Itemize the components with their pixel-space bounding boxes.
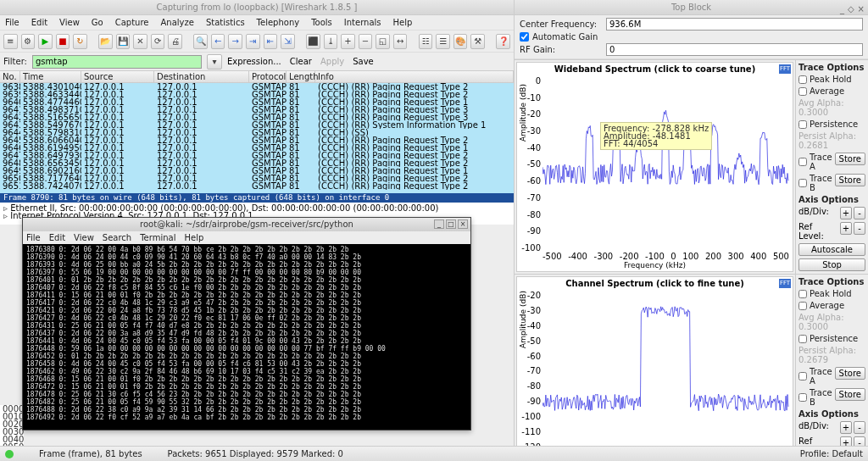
table-row[interactable]: 96505388.7177640C127.0.0.1127.0.0.1GSMTA… — [0, 175, 514, 182]
table-row[interactable]: 96415388.4983710C127.0.0.1127.0.0.1GSMTA… — [0, 106, 514, 114]
wireshark-menubar[interactable]: File Edit View Go Capture Analyze Statis… — [0, 15, 514, 31]
filter-dropdown-icon[interactable]: ▾ — [207, 54, 222, 69]
persistence-checkbox[interactable] — [798, 335, 807, 343]
peak-hold-checkbox[interactable] — [798, 290, 807, 298]
table-row[interactable]: 96395388.4633440C127.0.0.1127.0.0.1GSMTA… — [0, 91, 514, 98]
menu-file[interactable]: File — [5, 18, 19, 27]
peak-hold-checkbox[interactable] — [798, 75, 807, 84]
menu-help[interactable]: Help — [393, 18, 413, 27]
plot1-fft-button[interactable]: FFT — [779, 64, 791, 74]
term-menu-file[interactable]: File — [26, 233, 41, 242]
table-row[interactable]: 96425388.5165650C127.0.0.1127.0.0.1GSMTA… — [0, 114, 514, 121]
print-icon[interactable]: 🖨 — [168, 34, 182, 49]
term-menu-help[interactable]: Help — [184, 233, 203, 242]
save-icon[interactable]: 💾 — [116, 34, 131, 49]
filter-clear-button[interactable]: Clear — [290, 57, 312, 66]
store-a-button[interactable]: Store — [835, 153, 865, 165]
store-b-button[interactable]: Store — [835, 174, 865, 186]
store-b-button[interactable]: Store — [835, 388, 865, 401]
close-icon[interactable]: × — [458, 219, 468, 229]
plot2-fft-button[interactable]: FFT — [779, 279, 791, 288]
table-row[interactable]: 96455388.6066040C127.0.0.1127.0.0.1GSMTA… — [0, 136, 514, 144]
dbdiv-plus-button[interactable]: + — [840, 421, 852, 434]
help-icon[interactable]: ❓ — [496, 34, 510, 49]
menu-go[interactable]: Go — [92, 18, 103, 27]
col-protocol[interactable]: Protocol — [249, 71, 287, 82]
col-no[interactable]: No. — [0, 71, 20, 82]
term-menu-edit[interactable]: Edit — [49, 233, 65, 242]
find-icon[interactable]: 🔍 — [193, 34, 208, 49]
menu-telephony[interactable]: Telephony — [257, 18, 300, 27]
term-menu-search[interactable]: Search — [103, 233, 131, 242]
start-capture-icon[interactable]: ▶ — [38, 34, 53, 49]
prefs-icon[interactable]: ⚒ — [470, 34, 485, 49]
average-checkbox[interactable] — [798, 302, 807, 310]
dbdiv-minus-button[interactable]: - — [854, 207, 865, 219]
reflevel-plus-button[interactable]: + — [840, 222, 852, 235]
reload-icon[interactable]: ⟳ — [151, 34, 165, 49]
zoom-out-icon[interactable]: − — [359, 34, 373, 49]
trace-a-checkbox[interactable] — [798, 372, 807, 380]
terminal-window[interactable]: root@kali: ~/sdr/airprobe/gsm-receiver/s… — [22, 217, 471, 430]
wideband-spectrum-plot[interactable]: Wideband Spectrum (click to coarse tune)… — [516, 62, 793, 272]
options-icon[interactable]: ⚙ — [21, 34, 36, 49]
filter-input[interactable] — [32, 55, 202, 69]
persistence-checkbox[interactable] — [798, 120, 807, 129]
interfaces-icon[interactable]: ≡ — [3, 34, 18, 49]
trace-b-checkbox[interactable] — [798, 179, 807, 187]
zoom-in-icon[interactable]: + — [341, 34, 355, 49]
trace-b-checkbox[interactable] — [798, 393, 807, 402]
menu-analyze[interactable]: Analyze — [160, 18, 193, 27]
col-source[interactable]: Source — [81, 71, 154, 82]
autoscroll-icon[interactable]: ⤓ — [324, 34, 338, 49]
filter-apply-button[interactable]: Apply — [320, 57, 344, 66]
selected-frame-summary[interactable]: Frame 8790: 81 bytes on wire (648 bits),… — [0, 193, 514, 203]
center-freq-input[interactable] — [606, 18, 863, 31]
menu-internals[interactable]: Internals — [344, 18, 381, 27]
dbdiv-minus-button[interactable]: - — [854, 421, 865, 434]
minimize-icon[interactable]: _ — [840, 2, 844, 17]
menu-capture[interactable]: Capture — [115, 18, 149, 27]
prev-icon[interactable]: ← — [211, 34, 225, 49]
table-row[interactable]: 96475388.6497930C127.0.0.1127.0.0.1GSMTA… — [0, 152, 514, 159]
maximize-icon[interactable]: ◇ — [848, 2, 854, 17]
rf-gain-input[interactable] — [606, 43, 863, 56]
term-menu-terminal[interactable]: Terminal — [140, 233, 175, 242]
col-info[interactable]: Info — [315, 71, 514, 82]
stop-button[interactable]: Stop — [798, 258, 865, 271]
col-destination[interactable]: Destination — [154, 71, 249, 82]
dbdiv-plus-button[interactable]: + — [840, 207, 852, 219]
first-icon[interactable]: ⇤ — [264, 34, 278, 49]
table-row[interactable]: 96485388.6563450C127.0.0.1127.0.0.1GSMTA… — [0, 159, 514, 167]
table-row[interactable]: 96495388.6902160C127.0.0.1127.0.0.1GSMTA… — [0, 167, 514, 175]
filter-expression-button[interactable]: Expression... — [227, 57, 281, 66]
status-profile[interactable]: Profile: Default — [800, 449, 863, 458]
maximize-icon[interactable]: □ — [446, 219, 456, 229]
open-icon[interactable]: 📂 — [98, 34, 113, 49]
resize-cols-icon[interactable]: ↔ — [393, 34, 408, 49]
table-row[interactable]: 96385388.4301040C127.0.0.1127.0.0.1GSMTA… — [0, 83, 514, 91]
last-icon[interactable]: ⇲ — [281, 34, 295, 49]
table-row[interactable]: 96445388.5798310C127.0.0.1127.0.0.1GSMTA… — [0, 129, 514, 136]
store-a-button[interactable]: Store — [835, 367, 865, 380]
table-row[interactable]: 96515388.7424070C127.0.0.1127.0.0.1GSMTA… — [0, 182, 514, 190]
menu-statistics[interactable]: Statistics — [206, 18, 245, 27]
terminal-output[interactable]: 1876380 0: 2d 06 22 00 4a b0 89 b6 54 70… — [23, 244, 470, 430]
packet-list[interactable]: 96385388.4301040C127.0.0.1127.0.0.1GSMTA… — [0, 83, 514, 193]
reflevel-minus-button[interactable]: - — [854, 222, 865, 235]
stop-capture-icon[interactable]: ■ — [56, 34, 70, 49]
table-row[interactable]: 96435388.5497670C127.0.0.1127.0.0.1GSMTA… — [0, 121, 514, 129]
auto-gain-checkbox[interactable] — [520, 32, 529, 42]
filter-save-button[interactable]: Save — [353, 57, 374, 66]
table-row[interactable]: 96465388.6194950C127.0.0.1127.0.0.1GSMTA… — [0, 144, 514, 152]
menu-view[interactable]: View — [59, 18, 80, 27]
capture-filters-icon[interactable]: ☷ — [419, 34, 433, 49]
coloring-rules-icon[interactable]: 🎨 — [453, 34, 468, 49]
channel-spectrum-plot[interactable]: Channel Spectrum (click to fine tune) FF… — [516, 276, 793, 461]
average-checkbox[interactable] — [798, 87, 807, 96]
term-menu-view[interactable]: View — [74, 233, 94, 242]
col-length[interactable]: Length — [287, 71, 315, 82]
next-icon[interactable]: → — [228, 34, 242, 49]
menu-tools[interactable]: Tools — [311, 18, 332, 27]
packet-list-header[interactable]: No. Time Source Destination Protocol Len… — [0, 71, 514, 83]
